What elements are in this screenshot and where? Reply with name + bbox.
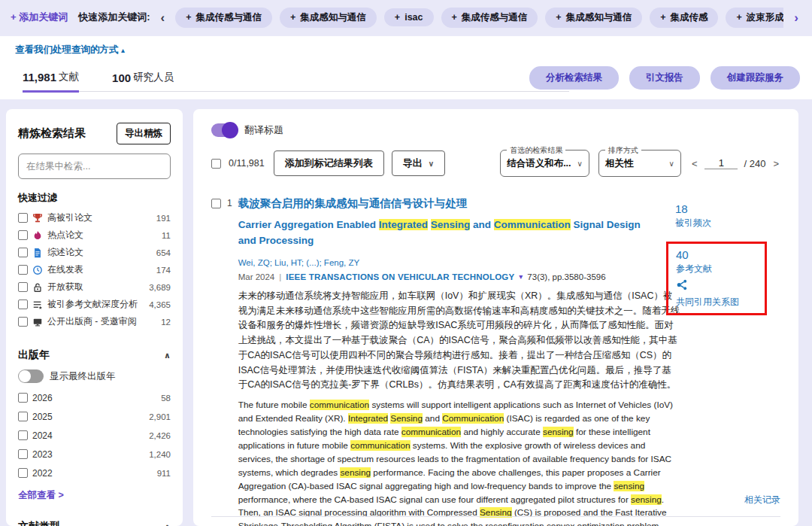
chip-label: 集成感知与通信 <box>300 11 366 24</box>
add-to-marked-button[interactable]: 添加到标记结果列表 <box>274 151 384 176</box>
publisher-icon <box>32 317 43 327</box>
filter-review-articles[interactable]: 综述论文 654 <box>18 245 171 260</box>
select-all-checkbox[interactable] <box>211 159 221 169</box>
tab-researchers[interactable]: 100 研究人员 <box>112 62 174 91</box>
plus-icon: + <box>660 12 665 23</box>
chip-label: 集成传感与通信 <box>462 11 528 24</box>
checkbox[interactable] <box>18 468 28 478</box>
year-row[interactable]: 20242,426 <box>18 428 171 442</box>
tab-documents[interactable]: 11,981 文献 <box>23 62 79 93</box>
article-date: Mar 2024 <box>238 272 275 281</box>
see-all-link[interactable]: 全部查看 > <box>18 489 171 502</box>
filter-early-access[interactable]: 在线发表 174 <box>18 263 171 277</box>
checkbox[interactable] <box>18 299 28 309</box>
chevron-left-icon[interactable]: ‹ <box>158 11 168 24</box>
chip-label: isac <box>404 12 423 23</box>
keyword-bar: + 添加关键词 快速添加关键词: ‹ +集成传感与通信 +集成感知与通信 +is… <box>0 0 812 35</box>
chip-label: 集成感知与通信 <box>566 11 632 24</box>
quick-add-label: 快速添加关键词: <box>78 11 150 24</box>
plus-icon: + <box>186 12 191 23</box>
citation-count[interactable]: 18 <box>675 202 780 215</box>
checkbox[interactable] <box>18 282 28 292</box>
keyword-chip[interactable]: +集成传感 <box>650 8 718 28</box>
plus-icon: + <box>556 12 561 23</box>
document-icon <box>32 248 43 258</box>
year-row[interactable]: 202658 <box>18 391 171 405</box>
article-authors[interactable]: Wei, ZQ; Liu, HT; (...); Feng, ZY <box>238 258 680 267</box>
checkbox[interactable] <box>18 393 28 403</box>
keyword-chip[interactable]: +集成传感与通信 <box>441 8 538 28</box>
final-pub-year-toggle[interactable] <box>18 369 44 383</box>
article-metrics: 18 被引频次 40 参考文献 共同引用关系图 <box>675 196 780 526</box>
article-checkbox[interactable] <box>211 199 221 208</box>
filter-open-publisher[interactable]: 公开出版商 - 受邀审阅 12 <box>18 315 171 329</box>
chip-label: 集成传感与通信 <box>196 11 262 24</box>
doc-type-header[interactable]: 文献类型 ∧ <box>18 520 171 526</box>
citation-report-button[interactable]: 引文报告 <box>629 66 700 90</box>
flame-icon <box>32 230 43 241</box>
export-button[interactable]: 导出 ∨ <box>392 151 445 176</box>
create-alert-button[interactable]: 创建跟踪服务 <box>710 66 800 90</box>
keyword-chip[interactable]: +集成感知与通信 <box>545 8 642 28</box>
checkbox[interactable] <box>18 248 28 257</box>
filter-hot-papers[interactable]: 热点论文 11 <box>18 228 171 242</box>
article-divider <box>211 516 780 517</box>
keyword-chip[interactable]: +集成传感与通信 <box>175 8 272 28</box>
reference-count[interactable]: 40 <box>676 248 759 261</box>
collapse-icon[interactable]: ∧ <box>164 351 171 360</box>
preferred-results-select[interactable]: 首选的检索结果 结合语义和布... ∨ <box>500 150 589 177</box>
results-toolbar: 0/11,981 添加到标记结果列表 导出 ∨ 首选的检索结果 结合语义和布..… <box>211 150 780 177</box>
checkbox[interactable] <box>18 430 28 440</box>
related-records-link[interactable]: 相关记录 <box>744 494 780 506</box>
results-panel: 翻译标题 0/11,981 添加到标记结果列表 导出 ∨ 首选的检索结果 结合语… <box>193 109 798 526</box>
caret-up-icon: ▴ <box>121 46 125 54</box>
cocitation-map-link[interactable]: 共同引用关系图 <box>676 296 759 309</box>
keyword-chip-list: +集成传感与通信 +集成感知与通信 +isac +集成传感与通信 +集成感知与通… <box>175 8 783 28</box>
checkbox[interactable] <box>18 265 28 275</box>
plus-icon: + <box>290 12 295 23</box>
year-row[interactable]: 2022911 <box>18 466 171 480</box>
abstract-en: The future mobile communication systems … <box>238 399 680 526</box>
chip-label: 波束形成设计 <box>747 11 784 24</box>
keyword-chip[interactable]: +集成感知与通信 <box>280 8 377 28</box>
plus-icon: + <box>736 12 741 23</box>
checkbox[interactable] <box>18 412 28 421</box>
quick-filter-title: 快速过滤 <box>18 191 171 205</box>
pub-year-header[interactable]: 出版年 ∧ <box>18 348 171 362</box>
chevron-right-icon[interactable]: › <box>791 11 801 24</box>
year-row[interactable]: 20231,240 <box>18 447 171 461</box>
caret-down-icon[interactable]: ▾ <box>519 272 523 281</box>
filter-citation-depth[interactable]: 被引参考文献深度分析 4,365 <box>18 297 171 312</box>
article-title-en[interactable]: Carrier Aggregation Enabled Integrated S… <box>238 217 659 249</box>
keyword-chip[interactable]: +isac <box>384 8 434 26</box>
prev-page-icon[interactable]: < <box>690 158 699 169</box>
year-row[interactable]: 20252,901 <box>18 409 171 424</box>
checkbox[interactable] <box>18 213 28 223</box>
article-title-zh[interactable]: 载波聚合启用的集成感知与通信信号设计与处理 <box>238 196 680 211</box>
citation-lines-icon <box>32 299 43 310</box>
keyword-chip[interactable]: +波束形成设计 <box>726 8 783 28</box>
translate-title-toggle[interactable] <box>211 123 237 137</box>
search-within-input[interactable] <box>18 154 171 179</box>
sort-select[interactable]: 排序方式 相关性 ∨ <box>598 150 681 177</box>
article-source-line: Mar 2024 | IEEE TRANSACTIONS ON VEHICULA… <box>238 272 680 281</box>
next-page-icon[interactable]: > <box>771 158 780 169</box>
filter-highly-cited[interactable]: 高被引论文 191 <box>18 211 171 225</box>
citation-count-label: 被引频次 <box>675 217 780 230</box>
article-index: 1 <box>227 198 232 526</box>
collapse-icon[interactable]: ∧ <box>164 522 171 526</box>
export-refine-button[interactable]: 导出精炼 <box>117 123 171 144</box>
caret-down-icon: ∨ <box>669 160 674 168</box>
journal-link[interactable]: IEEE TRANSACTIONS ON VEHICULAR TECHNOLOG… <box>286 272 514 281</box>
checkbox[interactable] <box>18 230 28 240</box>
final-pub-year-toggle-row: 显示最终出版年 <box>18 369 171 383</box>
checkbox[interactable] <box>18 317 28 327</box>
query-explain-link[interactable]: 查看我们处理查询的方式 ▴ <box>15 44 125 56</box>
analyze-results-button[interactable]: 分析检索结果 <box>529 66 619 90</box>
page-number-input[interactable] <box>704 157 738 169</box>
add-keyword-link[interactable]: + 添加关键词 <box>11 11 68 24</box>
plus-icon: + <box>395 12 400 23</box>
citation-network-icon[interactable] <box>676 278 759 294</box>
filter-open-access[interactable]: 开放获取 3,689 <box>18 280 171 294</box>
checkbox[interactable] <box>18 449 28 459</box>
